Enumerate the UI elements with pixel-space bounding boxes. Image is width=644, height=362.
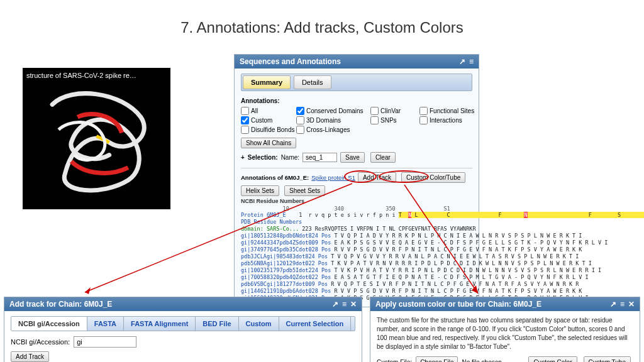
add-track-panel: Add track for Chain: 6M0J_E ↗≡✕ NCBI gi/…: [4, 297, 362, 362]
page-title: 7. Annotations: Add tracks, Custom Color…: [0, 0, 644, 44]
svg-marker-1: [85, 287, 91, 294]
annot-of-label: Annotations of 6M0J_E:: [241, 174, 309, 181]
chk-interactions[interactable]: Interactions: [419, 116, 482, 124]
selection-name-input[interactable]: [303, 153, 337, 162]
tab-summary[interactable]: Summary: [243, 75, 291, 89]
seq-header-title: Sequences and Annotations: [240, 57, 341, 66]
tab-custom[interactable]: Custom: [239, 317, 279, 331]
sequence-ruler: 10 340 350 S1: [241, 206, 472, 212]
tab-bed[interactable]: BED File: [196, 317, 238, 331]
spike-link[interactable]: Spike protein S1: [311, 174, 355, 181]
add-track-tabs: NCBI gi/Accession FASTA FASTA Alignment …: [11, 316, 355, 331]
add-track-submit[interactable]: Add Track: [11, 351, 49, 362]
expand-icon[interactable]: ↗: [459, 57, 465, 66]
chk-disulfide[interactable]: Disulfide Bonds: [241, 126, 291, 134]
ncbi-field-input[interactable]: [74, 336, 136, 348]
add-track-button[interactable]: Add Track: [358, 172, 396, 183]
chk-3d[interactable]: 3D Domains: [296, 116, 365, 124]
close-icon[interactable]: ✕: [350, 300, 357, 309]
clear-button[interactable]: Clear: [370, 152, 396, 163]
protein-ribbon: [26, 79, 167, 206]
chk-conserved[interactable]: Conserved Domains: [296, 107, 365, 115]
helix-sets-button[interactable]: Helix Sets: [241, 185, 279, 196]
ncbi-field-label: NCBI gi/Accession:: [11, 338, 70, 346]
no-file-text: No file chosen: [462, 358, 501, 362]
custom-color-panel: Apply custom color or tube for Chain: 6M…: [370, 297, 640, 362]
expand-icon[interactable]: ↗: [332, 300, 338, 309]
tab-fasta[interactable]: FASTA: [87, 317, 124, 331]
chk-all[interactable]: All: [241, 107, 291, 115]
expand-icon[interactable]: ↗: [610, 300, 616, 309]
custom-file-label: Custom File:: [377, 358, 412, 362]
chk-cross[interactable]: Cross-Linkages: [296, 126, 365, 134]
tab-ncbi[interactable]: NCBI gi/Accession: [11, 317, 87, 331]
save-button[interactable]: Save: [340, 152, 365, 163]
show-all-chains-button[interactable]: Show All Chains: [241, 138, 296, 148]
menu-icon[interactable]: ≡: [469, 57, 474, 66]
menu-icon[interactable]: ≡: [620, 300, 625, 309]
name-label: Name:: [281, 154, 299, 161]
custom-color-tube-button[interactable]: Custom Color/Tube: [401, 172, 465, 183]
custom-color-header: Apply custom color or tube for Chain: 6M…: [375, 300, 541, 309]
chk-snps[interactable]: SNPs: [370, 116, 414, 124]
sequences-panel: Sequences and Annotations ↗≡ Summary Det…: [234, 54, 479, 307]
selection-label: Selection:: [248, 154, 278, 161]
add-track-header: Add track for Chain: 6M0J_E: [9, 300, 112, 309]
sheet-sets-button[interactable]: Sheet Sets: [284, 185, 325, 196]
custom-color-desc: The custom file for the structure has tw…: [377, 316, 633, 351]
structure-caption: structure of SARS-CoV-2 spike re…: [26, 72, 136, 79]
sequence-block: Protein 6M0J_E 1 r v q p t e s i v r f p…: [241, 212, 472, 302]
tab-current-selection[interactable]: Current Selection: [279, 317, 352, 331]
annotations-label: Annotations:: [241, 97, 472, 104]
menu-icon[interactable]: ≡: [342, 300, 347, 309]
tab-fasta-align[interactable]: FASTA Alignment: [124, 317, 196, 331]
chk-clinvar[interactable]: ClinVar: [370, 107, 414, 115]
structure-viewer[interactable]: structure of SARS-CoV-2 spike re…: [23, 68, 170, 209]
tab-details[interactable]: Details: [294, 75, 331, 89]
ncbi-residue-label: NCBI Residue Numbers: [241, 198, 304, 204]
chk-functional[interactable]: Functional Sites: [419, 107, 482, 115]
close-icon[interactable]: ✕: [628, 300, 635, 309]
choose-file-button[interactable]: Choose File: [416, 356, 458, 362]
custom-color-button[interactable]: Custom Color: [528, 356, 577, 362]
chk-custom[interactable]: Custom: [241, 116, 291, 124]
custom-tube-button[interactable]: Custom Tube: [584, 356, 631, 362]
